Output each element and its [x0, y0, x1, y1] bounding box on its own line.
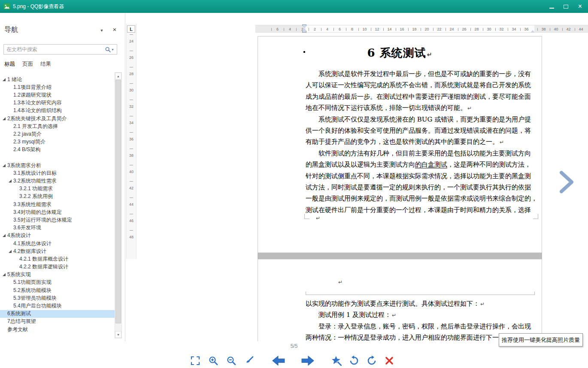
doc-text: 登录：录入登录信息，账号，密码，权限，然后单击登录进行操作，会出现 — [306, 322, 531, 330]
doc-line: 系统测试不仅仅是发现系统潜在的 BUG 或错误，而更为重要的是为用户提 — [306, 114, 537, 125]
nav-tree-item[interactable]: 3系统需求分析 — [0, 161, 115, 169]
nav-tree-item[interactable]: 7总结与展望 — [0, 318, 115, 325]
rotate-left-button[interactable] — [347, 354, 361, 368]
nav-tree-item-label: 2.1 开发工具的选择 — [13, 123, 58, 130]
delete-button[interactable] — [382, 354, 396, 368]
beautify-brush-button[interactable] — [242, 354, 256, 368]
nav-tree-item[interactable]: 1.3本论文的研究内容 — [0, 99, 115, 107]
nav-tree-item-label: 5.4用户后台功能模块 — [13, 302, 62, 310]
tab-results[interactable]: 结果 — [40, 61, 51, 68]
nav-tree-item[interactable]: 2.3 mysql简介 — [0, 138, 115, 146]
search-button[interactable]: ▾ — [102, 45, 117, 54]
previous-image-button[interactable] — [270, 354, 287, 368]
nav-options-button[interactable]: ▾ — [98, 27, 106, 33]
rotate-right-icon — [367, 356, 377, 366]
nav-tree-item[interactable]: 3.2.1 功能需求 — [0, 185, 115, 193]
expand-triangle-icon[interactable] — [3, 117, 6, 120]
vruler-cells: 24262830323436384042444648 — [126, 31, 136, 243]
expand-triangle-icon[interactable] — [3, 78, 6, 81]
maximize-button[interactable] — [559, 0, 573, 13]
triangle-down-icon: ▼ — [117, 333, 120, 336]
scrollbar-thumb[interactable] — [115, 80, 121, 323]
minimize-button[interactable] — [545, 0, 559, 13]
next-image-button[interactable] — [300, 354, 316, 368]
nav-tree-item[interactable]: 2.1 开发工具的选择 — [0, 122, 115, 130]
zoom-out-icon — [226, 356, 236, 366]
rotate-right-button[interactable] — [365, 354, 379, 368]
edit-star-button[interactable] — [330, 354, 343, 368]
nav-tree-item[interactable]: 3.3系统性能需求 — [0, 201, 115, 208]
page1-body: 系统测试是软件开发过程中最后一步，但也是不可或缺的重要的一步，没有人可以保证一次… — [306, 68, 537, 216]
hanging-indent-marker[interactable] — [302, 28, 306, 33]
nav-tree-item[interactable]: 3.2.2 系统用例 — [0, 193, 115, 201]
doc-text: 有助于提升产品的竞争力，这也是软件测试的其中的重要目的之一。 — [306, 138, 499, 146]
nav-tree-item[interactable]: 1.2课题研究现状 — [0, 91, 115, 99]
paragraph-mark: ↵ — [338, 279, 342, 285]
nav-scrollbar[interactable]: ▲ ▼ — [115, 72, 122, 338]
nav-tree-item[interactable]: 6系统测试 — [0, 310, 115, 318]
zoom-in-button[interactable] — [206, 354, 220, 368]
expand-triangle-icon[interactable] — [9, 250, 12, 253]
expand-triangle-icon[interactable] — [3, 164, 6, 167]
text-boundary-corner — [306, 292, 306, 295]
doc-text: 地在不同情况下运行该系统，排除一切出现错误的可能。 — [306, 104, 467, 112]
nav-tree-item[interactable]: 5.4用户后台功能模块 — [0, 302, 115, 310]
expand-triangle-icon[interactable] — [3, 234, 6, 237]
fit-window-icon — [190, 356, 200, 366]
scroll-down-button[interactable]: ▼ — [115, 331, 121, 338]
search-input[interactable] — [4, 46, 102, 52]
nav-tree-item[interactable]: 参考文献 — [0, 325, 115, 333]
ruler-cell: 30 — [126, 80, 136, 96]
nav-tree-item-label: 4.1系统总体设计 — [13, 240, 52, 247]
nav-tree-item[interactable]: 5.2系统功能模块 — [0, 286, 115, 294]
nav-tree-item[interactable]: 4.1系统总体设计 — [0, 240, 115, 247]
delete-x-icon — [385, 356, 394, 365]
ruler-cell: 32 — [492, 27, 505, 31]
nav-tree-item[interactable]: 2系统关键技术及工具简介 — [0, 115, 115, 122]
nav-close-button[interactable]: × — [110, 25, 119, 33]
next-image-arrow[interactable] — [556, 169, 577, 195]
nav-tree-item[interactable]: 1.4本论文的组织结构 — [0, 107, 115, 115]
hruler-left-margin-zone: 642 — [255, 25, 306, 33]
nav-tree-item-label: 2.2 java简介 — [13, 131, 42, 138]
nav-tree-item[interactable]: 1 绪论 — [0, 76, 115, 83]
nav-tree-item[interactable]: 3.5对运行环境的总体规定 — [0, 216, 115, 224]
nav-tree-item-label: 1 绪论 — [7, 76, 22, 83]
tab-headings[interactable]: 标题 — [4, 61, 15, 68]
zoom-out-button[interactable] — [224, 354, 238, 368]
nav-tree-item-label: 3.3系统性能需求 — [13, 201, 52, 208]
tab-pages[interactable]: 页面 — [22, 61, 33, 68]
nav-tree-item[interactable]: 3.2系统功能性需求 — [0, 177, 115, 185]
doc-text: 人可以保证一次性编写完成的系统不会出错，而系统测试就是将自己开发的系统 — [306, 81, 531, 89]
text-boundary-corner — [534, 292, 535, 295]
nav-tree-item[interactable]: 4.2.2 数据库逻辑设计 — [0, 263, 115, 271]
text-boundary-corner — [304, 214, 309, 219]
first-line-indent-marker[interactable] — [302, 24, 306, 28]
nav-tree-item[interactable]: 5系统实现 — [0, 271, 115, 279]
nav-tree-item[interactable]: 5.3管理员功能模块 — [0, 294, 115, 302]
nav-tree-item[interactable]: 1.1项目背景介绍 — [0, 83, 115, 91]
nav-tree-item-label: 1.2课题研究现状 — [13, 91, 52, 99]
nav-tree-item-label: 3系统需求分析 — [7, 162, 41, 169]
search-icon — [105, 47, 111, 52]
nav-tree-item[interactable]: 2.4 B/S架构 — [0, 146, 115, 154]
fit-window-button[interactable] — [188, 354, 202, 368]
nav-tree-item[interactable]: 4.2.1 数据库概念设计 — [0, 255, 115, 263]
star-edit-icon — [331, 356, 342, 366]
ruler-cell: 12 — [368, 27, 380, 31]
ruler-cell: 36 — [126, 129, 136, 145]
nav-tree-item[interactable]: 5.1功能页面实现 — [0, 279, 115, 286]
nav-tree-item[interactable]: 3.6开发环境 — [0, 224, 115, 232]
nav-tree-item[interactable]: 4.2数据库设计 — [0, 247, 115, 255]
nav-tree-item[interactable]: 3.4对功能的总体规定 — [0, 208, 115, 216]
right-indent-marker[interactable] — [530, 30, 535, 33]
nav-tree-item[interactable]: 2.2 java简介 — [0, 130, 115, 138]
ruler-cell: 24 — [443, 27, 455, 31]
nav-tree: 1 绪论1.1项目背景介绍1.2课题研究现状1.3本论文的研究内容1.4本论文的… — [0, 76, 115, 338]
close-button[interactable]: × — [573, 0, 587, 13]
expand-triangle-icon[interactable] — [3, 273, 6, 276]
nav-tree-item[interactable]: 4系统设计 — [0, 232, 115, 240]
scroll-up-button[interactable]: ▲ — [115, 73, 121, 79]
nav-tree-item[interactable]: 3.1系统设计的目标 — [0, 169, 115, 177]
expand-triangle-icon[interactable] — [9, 179, 12, 182]
